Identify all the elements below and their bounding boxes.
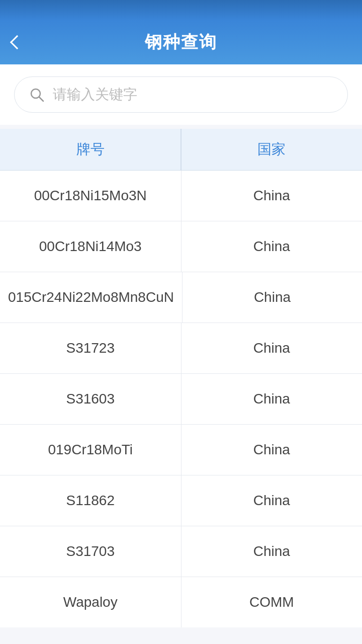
status-bar [0,0,362,20]
search-input[interactable] [53,87,333,103]
back-button[interactable] [12,37,22,47]
table-body: 00Cr18Ni15Mo3NChina00Cr18Ni14Mo3China015… [0,171,362,627]
cell-brand: 015Cr24Ni22Mo8Mn8CuN [0,272,182,323]
cell-country: China [182,374,363,424]
cell-country: China [182,475,363,526]
cell-brand: S31703 [0,526,181,577]
cell-country: China [182,526,363,577]
cell-brand: 00Cr18Ni14Mo3 [0,221,181,272]
search-container [0,64,362,125]
cell-brand: 00Cr18Ni15Mo3N [0,171,181,221]
svg-line-1 [39,97,43,101]
cell-country: COMM [182,577,363,627]
cell-brand: S11862 [0,475,181,526]
page-title: 钢种查询 [145,31,217,54]
table-row[interactable]: 015Cr24Ni22Mo8Mn8CuNChina [0,272,362,323]
cell-country: China [182,171,363,221]
cell-country: China [182,323,363,373]
data-table: 牌号 国家 00Cr18Ni15Mo3NChina00Cr18Ni14Mo3Ch… [0,129,362,627]
search-icon [29,87,45,103]
cell-brand: Wapaloy [0,577,181,627]
cell-brand: 019Cr18MoTi [0,425,181,475]
back-icon [10,35,24,49]
table-row[interactable]: 00Cr18Ni15Mo3NChina [0,171,362,221]
cell-country: China [182,425,363,475]
column-header-country: 国家 [182,129,362,170]
table-row[interactable]: WapaloyCOMM [0,577,362,627]
cell-brand: S31723 [0,323,181,373]
column-header-brand: 牌号 [0,129,180,170]
table-row[interactable]: S31603China [0,374,362,425]
table-header: 牌号 国家 [0,129,362,171]
table-row[interactable]: S31723China [0,323,362,374]
table-row[interactable]: S31703China [0,526,362,577]
search-box [14,76,348,113]
table-row[interactable]: S11862China [0,475,362,526]
cell-country: China [182,221,363,272]
table-row[interactable]: 00Cr18Ni14Mo3China [0,221,362,272]
cell-brand: S31603 [0,374,181,424]
header: 钢种查询 [0,20,362,64]
cell-country: China [183,272,362,323]
table-row[interactable]: 019Cr18MoTiChina [0,425,362,475]
